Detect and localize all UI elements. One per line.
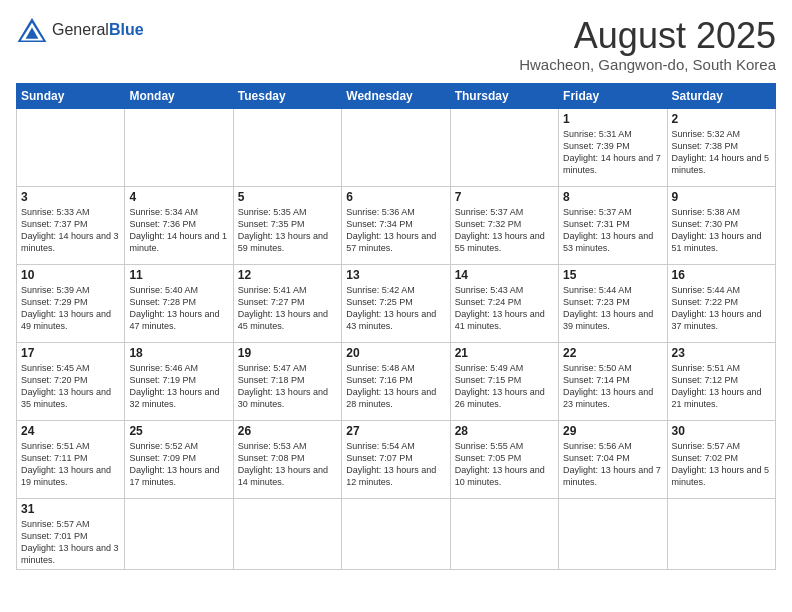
day-info: Sunrise: 5:51 AM Sunset: 7:11 PM Dayligh… <box>21 440 120 489</box>
day-cell: 2Sunrise: 5:32 AM Sunset: 7:38 PM Daylig… <box>667 108 775 186</box>
day-cell <box>125 498 233 570</box>
day-cell: 16Sunrise: 5:44 AM Sunset: 7:22 PM Dayli… <box>667 264 775 342</box>
day-cell: 7Sunrise: 5:37 AM Sunset: 7:32 PM Daylig… <box>450 186 558 264</box>
day-cell: 22Sunrise: 5:50 AM Sunset: 7:14 PM Dayli… <box>559 342 667 420</box>
calendar-page: GeneralBlue August 2025 Hwacheon, Gangwo… <box>0 0 792 612</box>
day-number: 24 <box>21 424 120 438</box>
day-number: 5 <box>238 190 337 204</box>
day-cell: 18Sunrise: 5:46 AM Sunset: 7:19 PM Dayli… <box>125 342 233 420</box>
day-cell <box>342 108 450 186</box>
day-cell: 4Sunrise: 5:34 AM Sunset: 7:36 PM Daylig… <box>125 186 233 264</box>
day-number: 28 <box>455 424 554 438</box>
day-cell: 5Sunrise: 5:35 AM Sunset: 7:35 PM Daylig… <box>233 186 341 264</box>
day-cell: 19Sunrise: 5:47 AM Sunset: 7:18 PM Dayli… <box>233 342 341 420</box>
day-info: Sunrise: 5:39 AM Sunset: 7:29 PM Dayligh… <box>21 284 120 333</box>
day-cell: 23Sunrise: 5:51 AM Sunset: 7:12 PM Dayli… <box>667 342 775 420</box>
logo-icon <box>16 16 48 44</box>
day-number: 20 <box>346 346 445 360</box>
week-row-5: 24Sunrise: 5:51 AM Sunset: 7:11 PM Dayli… <box>17 420 776 498</box>
day-info: Sunrise: 5:32 AM Sunset: 7:38 PM Dayligh… <box>672 128 771 177</box>
day-cell: 17Sunrise: 5:45 AM Sunset: 7:20 PM Dayli… <box>17 342 125 420</box>
day-info: Sunrise: 5:55 AM Sunset: 7:05 PM Dayligh… <box>455 440 554 489</box>
day-number: 2 <box>672 112 771 126</box>
day-cell <box>125 108 233 186</box>
day-number: 30 <box>672 424 771 438</box>
day-number: 22 <box>563 346 662 360</box>
weekday-saturday: Saturday <box>667 83 775 108</box>
day-info: Sunrise: 5:56 AM Sunset: 7:04 PM Dayligh… <box>563 440 662 489</box>
day-number: 17 <box>21 346 120 360</box>
day-info: Sunrise: 5:54 AM Sunset: 7:07 PM Dayligh… <box>346 440 445 489</box>
logo-text: GeneralBlue <box>52 20 144 39</box>
logo: GeneralBlue <box>16 16 144 44</box>
day-cell: 1Sunrise: 5:31 AM Sunset: 7:39 PM Daylig… <box>559 108 667 186</box>
day-cell <box>233 498 341 570</box>
day-cell: 14Sunrise: 5:43 AM Sunset: 7:24 PM Dayli… <box>450 264 558 342</box>
day-info: Sunrise: 5:31 AM Sunset: 7:39 PM Dayligh… <box>563 128 662 177</box>
day-info: Sunrise: 5:52 AM Sunset: 7:09 PM Dayligh… <box>129 440 228 489</box>
day-info: Sunrise: 5:53 AM Sunset: 7:08 PM Dayligh… <box>238 440 337 489</box>
day-cell: 31Sunrise: 5:57 AM Sunset: 7:01 PM Dayli… <box>17 498 125 570</box>
weekday-friday: Friday <box>559 83 667 108</box>
weekday-monday: Monday <box>125 83 233 108</box>
day-cell: 20Sunrise: 5:48 AM Sunset: 7:16 PM Dayli… <box>342 342 450 420</box>
calendar-subtitle: Hwacheon, Gangwon-do, South Korea <box>519 56 776 73</box>
day-number: 7 <box>455 190 554 204</box>
day-info: Sunrise: 5:44 AM Sunset: 7:23 PM Dayligh… <box>563 284 662 333</box>
weekday-thursday: Thursday <box>450 83 558 108</box>
day-info: Sunrise: 5:35 AM Sunset: 7:35 PM Dayligh… <box>238 206 337 255</box>
day-number: 13 <box>346 268 445 282</box>
weekday-wednesday: Wednesday <box>342 83 450 108</box>
header: GeneralBlue August 2025 Hwacheon, Gangwo… <box>16 16 776 73</box>
weekday-header-row: SundayMondayTuesdayWednesdayThursdayFrid… <box>17 83 776 108</box>
day-info: Sunrise: 5:42 AM Sunset: 7:25 PM Dayligh… <box>346 284 445 333</box>
day-cell <box>17 108 125 186</box>
day-info: Sunrise: 5:38 AM Sunset: 7:30 PM Dayligh… <box>672 206 771 255</box>
day-info: Sunrise: 5:33 AM Sunset: 7:37 PM Dayligh… <box>21 206 120 255</box>
day-cell: 12Sunrise: 5:41 AM Sunset: 7:27 PM Dayli… <box>233 264 341 342</box>
day-info: Sunrise: 5:40 AM Sunset: 7:28 PM Dayligh… <box>129 284 228 333</box>
day-info: Sunrise: 5:34 AM Sunset: 7:36 PM Dayligh… <box>129 206 228 255</box>
day-cell: 10Sunrise: 5:39 AM Sunset: 7:29 PM Dayli… <box>17 264 125 342</box>
week-row-2: 3Sunrise: 5:33 AM Sunset: 7:37 PM Daylig… <box>17 186 776 264</box>
day-cell: 21Sunrise: 5:49 AM Sunset: 7:15 PM Dayli… <box>450 342 558 420</box>
day-cell: 3Sunrise: 5:33 AM Sunset: 7:37 PM Daylig… <box>17 186 125 264</box>
week-row-4: 17Sunrise: 5:45 AM Sunset: 7:20 PM Dayli… <box>17 342 776 420</box>
day-cell: 24Sunrise: 5:51 AM Sunset: 7:11 PM Dayli… <box>17 420 125 498</box>
day-info: Sunrise: 5:37 AM Sunset: 7:31 PM Dayligh… <box>563 206 662 255</box>
day-info: Sunrise: 5:57 AM Sunset: 7:01 PM Dayligh… <box>21 518 120 567</box>
day-number: 31 <box>21 502 120 516</box>
week-row-6: 31Sunrise: 5:57 AM Sunset: 7:01 PM Dayli… <box>17 498 776 570</box>
day-cell: 30Sunrise: 5:57 AM Sunset: 7:02 PM Dayli… <box>667 420 775 498</box>
day-info: Sunrise: 5:37 AM Sunset: 7:32 PM Dayligh… <box>455 206 554 255</box>
day-info: Sunrise: 5:57 AM Sunset: 7:02 PM Dayligh… <box>672 440 771 489</box>
day-number: 8 <box>563 190 662 204</box>
day-number: 6 <box>346 190 445 204</box>
day-info: Sunrise: 5:43 AM Sunset: 7:24 PM Dayligh… <box>455 284 554 333</box>
day-number: 12 <box>238 268 337 282</box>
day-number: 25 <box>129 424 228 438</box>
day-cell: 11Sunrise: 5:40 AM Sunset: 7:28 PM Dayli… <box>125 264 233 342</box>
day-number: 3 <box>21 190 120 204</box>
day-cell: 26Sunrise: 5:53 AM Sunset: 7:08 PM Dayli… <box>233 420 341 498</box>
day-cell <box>450 108 558 186</box>
day-info: Sunrise: 5:45 AM Sunset: 7:20 PM Dayligh… <box>21 362 120 411</box>
title-block: August 2025 Hwacheon, Gangwon-do, South … <box>519 16 776 73</box>
day-number: 15 <box>563 268 662 282</box>
day-number: 18 <box>129 346 228 360</box>
day-cell <box>559 498 667 570</box>
day-cell <box>233 108 341 186</box>
day-number: 10 <box>21 268 120 282</box>
week-row-1: 1Sunrise: 5:31 AM Sunset: 7:39 PM Daylig… <box>17 108 776 186</box>
day-info: Sunrise: 5:49 AM Sunset: 7:15 PM Dayligh… <box>455 362 554 411</box>
day-number: 26 <box>238 424 337 438</box>
day-number: 29 <box>563 424 662 438</box>
day-info: Sunrise: 5:51 AM Sunset: 7:12 PM Dayligh… <box>672 362 771 411</box>
day-number: 19 <box>238 346 337 360</box>
day-number: 14 <box>455 268 554 282</box>
day-info: Sunrise: 5:36 AM Sunset: 7:34 PM Dayligh… <box>346 206 445 255</box>
weekday-tuesday: Tuesday <box>233 83 341 108</box>
day-cell: 29Sunrise: 5:56 AM Sunset: 7:04 PM Dayli… <box>559 420 667 498</box>
day-info: Sunrise: 5:44 AM Sunset: 7:22 PM Dayligh… <box>672 284 771 333</box>
weekday-sunday: Sunday <box>17 83 125 108</box>
